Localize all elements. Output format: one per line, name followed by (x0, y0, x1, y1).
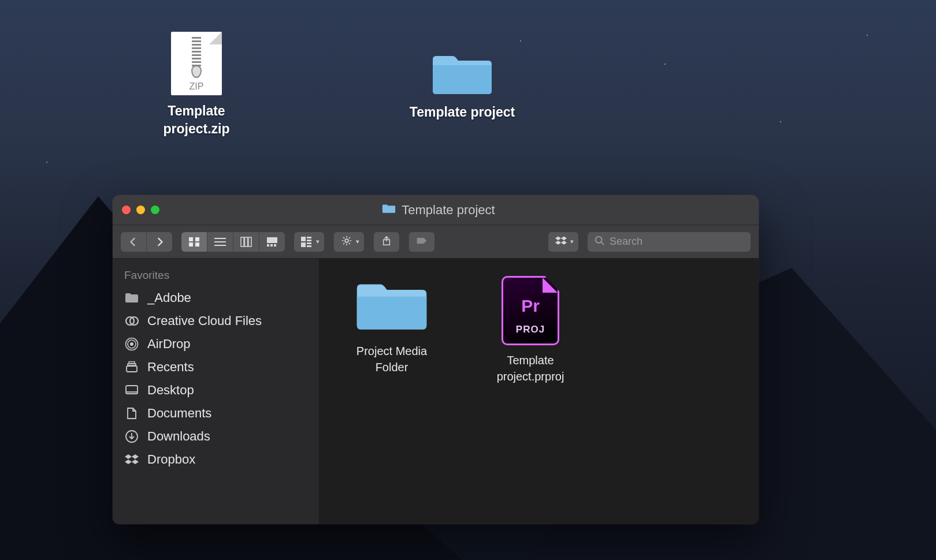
tag-icon (416, 236, 428, 248)
list-view-button[interactable] (207, 232, 233, 252)
folder-icon (343, 276, 441, 336)
svg-point-30 (596, 236, 602, 242)
desktop-item-folder[interactable]: Template project (387, 43, 537, 121)
sidebar-item-desktop[interactable]: Desktop (113, 379, 319, 402)
window-minimize-button[interactable] (136, 206, 145, 214)
svg-rect-19 (307, 245, 311, 247)
svg-line-25 (343, 237, 344, 238)
desktop-item-label: Template project (387, 103, 537, 121)
star (46, 162, 47, 163)
svg-rect-0 (189, 237, 193, 241)
desktop-icon (124, 383, 139, 398)
sidebar-item-label: Dropbox (147, 452, 195, 467)
sidebar-item-label: Documents (147, 406, 211, 421)
share-icon (381, 236, 392, 248)
airdrop-icon (124, 337, 139, 352)
window-title: Template project (159, 203, 718, 218)
svg-rect-2 (189, 242, 193, 247)
back-button[interactable] (121, 232, 146, 252)
svg-line-28 (349, 237, 350, 238)
sidebar-heading: Favorites (113, 267, 319, 286)
svg-rect-6 (214, 245, 226, 246)
folder-icon (124, 290, 139, 305)
svg-rect-9 (248, 237, 251, 247)
svg-rect-3 (195, 242, 199, 247)
svg-line-27 (343, 243, 344, 244)
sidebar-item-downloads[interactable]: Downloads (113, 425, 319, 448)
chevron-down-icon: ▾ (356, 238, 359, 245)
folder-icon (430, 50, 494, 96)
svg-rect-4 (214, 238, 226, 239)
sidebar-item-label: Recents (147, 360, 194, 375)
folder-icon (382, 203, 396, 218)
icon-view-button[interactable] (181, 232, 207, 252)
dropbox-menu-button[interactable]: ▾ (548, 232, 578, 252)
group-by-button[interactable]: ▾ (294, 232, 324, 252)
finder-window: Template project (113, 195, 759, 524)
sidebar-item-creative-cloud[interactable]: Creative Cloud Files (113, 309, 319, 333)
window-zoom-button[interactable] (151, 206, 159, 214)
window-close-button[interactable] (122, 206, 131, 214)
desktop-item-zip[interactable]: ZIP Template project.zip (139, 32, 254, 138)
file-item-label: Template project.prproj (481, 352, 580, 384)
svg-rect-11 (267, 244, 269, 247)
sidebar-item-documents[interactable]: Documents (113, 402, 319, 425)
nav-buttons (121, 232, 172, 252)
toolbar: ▾ ▾ ▾ (113, 225, 759, 259)
svg-rect-7 (241, 237, 244, 247)
titlebar[interactable]: Template project (113, 195, 759, 225)
forward-button[interactable] (146, 232, 172, 252)
search-field[interactable] (588, 232, 751, 252)
premiere-project-icon: Pr PROJ (502, 276, 559, 345)
star (664, 64, 666, 65)
svg-rect-8 (245, 237, 248, 247)
star (520, 40, 521, 42)
file-item-prproj[interactable]: Pr PROJ Template project.prproj (481, 276, 580, 384)
sidebar-item-label: Downloads (147, 429, 210, 444)
desktop-item-label: Template project.zip (139, 102, 254, 138)
svg-rect-37 (127, 366, 137, 372)
svg-point-20 (345, 239, 348, 242)
downloads-icon (124, 429, 139, 444)
svg-rect-17 (301, 242, 306, 247)
file-item-folder[interactable]: Project Media Folder (343, 276, 441, 375)
sidebar-item-airdrop[interactable]: AirDrop (113, 333, 319, 356)
sidebar-item-dropbox[interactable]: Dropbox (113, 448, 319, 471)
svg-rect-14 (301, 237, 306, 241)
sidebar-item-adobe[interactable]: _Adobe (113, 286, 319, 309)
gallery-view-button[interactable] (259, 232, 285, 252)
documents-icon (124, 406, 139, 421)
search-input[interactable] (610, 236, 744, 248)
svg-rect-38 (128, 364, 136, 365)
recents-icon (124, 360, 139, 375)
star (867, 35, 868, 36)
svg-rect-16 (307, 240, 311, 241)
svg-rect-18 (307, 242, 311, 244)
sidebar-item-recents[interactable]: Recents (113, 356, 319, 379)
svg-rect-39 (129, 362, 135, 364)
svg-line-31 (601, 242, 604, 245)
column-view-button[interactable] (233, 232, 259, 252)
sidebar-item-label: Desktop (147, 383, 194, 398)
svg-line-26 (349, 243, 350, 244)
action-menu-button[interactable]: ▾ (333, 232, 364, 252)
sidebar-item-label: _Adobe (147, 290, 191, 305)
svg-rect-10 (267, 237, 277, 243)
content-area[interactable]: Project Media Folder Pr PROJ Template pr… (320, 259, 759, 524)
share-button[interactable] (373, 232, 399, 252)
svg-rect-12 (270, 244, 273, 247)
svg-rect-1 (195, 237, 199, 241)
dropbox-icon (555, 236, 567, 248)
tags-button[interactable] (408, 232, 434, 252)
svg-point-34 (130, 342, 133, 346)
sidebar-item-label: AirDrop (147, 337, 191, 352)
zip-file-icon: ZIP (171, 32, 222, 95)
dropbox-icon (124, 452, 139, 467)
svg-rect-5 (214, 241, 226, 242)
sidebar-item-label: Creative Cloud Files (147, 313, 262, 328)
chevron-down-icon: ▾ (570, 238, 574, 245)
gear-icon (341, 236, 352, 248)
file-item-label: Project Media Folder (343, 343, 441, 375)
star (780, 121, 781, 122)
view-mode-buttons (181, 232, 285, 252)
